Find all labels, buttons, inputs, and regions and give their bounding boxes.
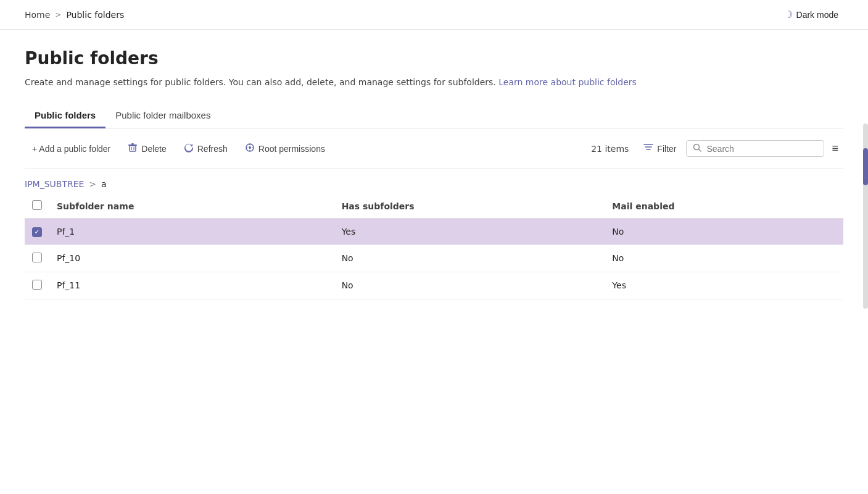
tab-public-folder-mailboxes[interactable]: Public folder mailboxes bbox=[105, 104, 220, 128]
row-checkbox-cell[interactable] bbox=[25, 272, 49, 299]
svg-rect-1 bbox=[130, 146, 136, 151]
filter-button[interactable]: Filter bbox=[636, 139, 684, 158]
row-subfolder-name: Pf_11 bbox=[49, 272, 334, 299]
breadcrumb-separator: > bbox=[55, 10, 61, 19]
path-breadcrumb: IPM_SUBTREE > a bbox=[25, 169, 843, 194]
root-permissions-button[interactable]: Root permissions bbox=[238, 139, 333, 159]
root-permissions-icon bbox=[245, 143, 255, 155]
main-content: Public folders Create and manage setting… bbox=[0, 30, 868, 312]
toolbar: + Add a public folder Delete Refresh bbox=[25, 128, 843, 169]
table-body: ✓ Pf_1 Yes No Pf_10 No No bbox=[25, 219, 843, 299]
add-public-folder-button[interactable]: + Add a public folder bbox=[25, 140, 118, 157]
row-has-subfolders: No bbox=[334, 245, 605, 272]
row-mail-enabled: No bbox=[605, 245, 843, 272]
page-title: Public folders bbox=[25, 48, 843, 69]
row-checkbox-unchecked[interactable] bbox=[32, 280, 42, 290]
col-has-subfolders: Has subfolders bbox=[334, 194, 605, 219]
path-current: a bbox=[101, 179, 107, 189]
row-checkbox-checked[interactable]: ✓ bbox=[32, 227, 42, 237]
page-description: Create and manage settings for public fo… bbox=[25, 76, 843, 89]
refresh-icon bbox=[184, 143, 194, 155]
breadcrumb-home[interactable]: Home bbox=[25, 10, 50, 20]
filter-label: Filter bbox=[657, 144, 676, 154]
select-all-checkbox[interactable] bbox=[32, 200, 42, 210]
svg-point-6 bbox=[249, 146, 251, 149]
search-box bbox=[686, 140, 824, 157]
view-toggle-icon: ≡ bbox=[832, 142, 838, 155]
vertical-scrollbar[interactable] bbox=[863, 124, 868, 309]
row-checkbox-unchecked[interactable] bbox=[32, 253, 42, 262]
delete-button[interactable]: Delete bbox=[120, 139, 173, 159]
row-has-subfolders: Yes bbox=[334, 219, 605, 245]
refresh-button[interactable]: Refresh bbox=[176, 139, 235, 159]
table-row[interactable]: Pf_10 No No bbox=[25, 245, 843, 272]
folders-table: Subfolder name Has subfolders Mail enabl… bbox=[25, 194, 843, 299]
select-all-header[interactable] bbox=[25, 194, 49, 219]
scrollbar-thumb[interactable] bbox=[863, 148, 868, 185]
table-row[interactable]: Pf_11 No Yes bbox=[25, 272, 843, 299]
page-description-text: Create and manage settings for public fo… bbox=[25, 77, 496, 87]
col-mail-enabled: Mail enabled bbox=[605, 194, 843, 219]
path-separator: > bbox=[89, 179, 96, 189]
learn-more-link[interactable]: Learn more about public folders bbox=[498, 77, 637, 87]
row-checkbox-cell[interactable] bbox=[25, 245, 49, 272]
row-subfolder-name: Pf_1 bbox=[49, 219, 334, 245]
dark-mode-label: Dark mode bbox=[796, 10, 838, 20]
view-toggle-button[interactable]: ≡ bbox=[827, 138, 843, 159]
svg-rect-2 bbox=[131, 143, 134, 144]
table-header: Subfolder name Has subfolders Mail enabl… bbox=[25, 194, 843, 219]
col-subfolder-name: Subfolder name bbox=[49, 194, 334, 219]
search-icon bbox=[693, 143, 701, 154]
row-has-subfolders: No bbox=[334, 272, 605, 299]
svg-line-12 bbox=[699, 149, 701, 152]
search-input[interactable] bbox=[706, 144, 817, 154]
breadcrumb: Home > Public folders bbox=[25, 10, 124, 20]
row-mail-enabled: No bbox=[605, 219, 843, 245]
top-bar: Home > Public folders ☽ Dark mode bbox=[0, 0, 868, 30]
breadcrumb-current: Public folders bbox=[66, 10, 124, 20]
row-subfolder-name: Pf_10 bbox=[49, 245, 334, 272]
root-permissions-label: Root permissions bbox=[258, 144, 325, 154]
dark-mode-button[interactable]: ☽ Dark mode bbox=[779, 6, 843, 23]
delete-icon bbox=[128, 143, 138, 155]
delete-label: Delete bbox=[141, 144, 166, 154]
refresh-label: Refresh bbox=[197, 144, 228, 154]
table-row[interactable]: ✓ Pf_1 Yes No bbox=[25, 219, 843, 245]
add-public-folder-label: + Add a public folder bbox=[32, 144, 110, 154]
table-container: Subfolder name Has subfolders Mail enabl… bbox=[25, 194, 843, 299]
path-root[interactable]: IPM_SUBTREE bbox=[25, 179, 84, 189]
row-checkbox-cell[interactable]: ✓ bbox=[25, 219, 49, 245]
tabs-container: Public folders Public folder mailboxes bbox=[25, 104, 843, 128]
items-count: 21 items bbox=[591, 144, 629, 154]
row-mail-enabled: Yes bbox=[605, 272, 843, 299]
tab-public-folders[interactable]: Public folders bbox=[25, 104, 105, 128]
filter-icon bbox=[643, 143, 653, 154]
dark-mode-icon: ☽ bbox=[784, 9, 793, 20]
